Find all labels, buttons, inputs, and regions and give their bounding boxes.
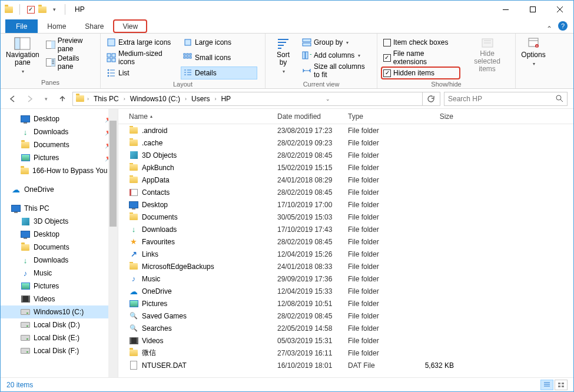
ribbon-group-layout-label: Layout: [104, 79, 261, 89]
table-row[interactable]: Music29/09/2019 17:36File folder: [118, 273, 573, 285]
layout-medium-button[interactable]: Medium-sized icons: [104, 49, 181, 67]
table-row[interactable]: Pictures12/08/2019 10:51File folder: [118, 297, 573, 310]
table-row[interactable]: AppData24/01/2018 08:29File folder: [118, 174, 573, 186]
table-row[interactable]: Links12/04/2019 15:26File folder: [118, 248, 573, 260]
forward-button[interactable]: [23, 92, 36, 105]
tab-view[interactable]: View: [113, 19, 147, 33]
qat-properties-icon[interactable]: [26, 5, 35, 14]
table-row[interactable]: Desktop17/10/2019 17:00File folder: [118, 198, 573, 211]
view-large-icon[interactable]: [555, 380, 568, 390]
tree-item[interactable]: Local Disk (D:): [1, 318, 118, 331]
layout-extra-large-button[interactable]: Extra large icons: [104, 36, 181, 49]
table-row[interactable]: Downloads17/10/2019 17:43File folder: [118, 223, 573, 235]
ribbon-group-showhide-label: Show/hide: [381, 79, 512, 89]
tab-share[interactable]: Share: [75, 19, 113, 33]
tree-item[interactable]: Downloads: [1, 254, 118, 267]
column-headers: Name▴ Date modified Type Size: [118, 109, 573, 124]
tree-item[interactable]: Documents📌: [1, 138, 118, 151]
layout-small-button[interactable]: Small icons: [181, 49, 257, 67]
col-date[interactable]: Date modified: [271, 112, 342, 121]
table-row[interactable]: Contacts28/02/2019 08:45File folder: [118, 186, 573, 198]
table-row[interactable]: Searches22/05/2019 14:58File folder: [118, 322, 573, 334]
tree-scrollbar[interactable]: [108, 109, 118, 377]
search-icon: [556, 95, 563, 102]
table-row[interactable]: Saved Games28/02/2019 08:45File folder: [118, 310, 573, 322]
layout-list-button[interactable]: List: [104, 67, 181, 79]
ribbon-group-current-label: Current view: [269, 79, 373, 89]
close-button[interactable]: [546, 1, 573, 18]
table-row[interactable]: ApkBunch15/02/2019 15:15File folder: [118, 161, 573, 174]
search-placeholder: Search HP: [448, 95, 482, 103]
col-size[interactable]: Size: [413, 112, 460, 121]
tree-onedrive[interactable]: ☁OneDrive: [1, 183, 118, 196]
qat-new-folder-icon[interactable]: [38, 5, 47, 14]
tree-item[interactable]: 166-How to Bypass You📌: [1, 164, 118, 177]
minimize-button[interactable]: [492, 1, 519, 18]
collapse-ribbon-icon[interactable]: ⌃: [542, 25, 557, 33]
crumb-drive[interactable]: Windows10 (C:): [128, 95, 183, 103]
hidden-items-toggle[interactable]: Hidden items: [381, 67, 460, 79]
layout-large-button[interactable]: Large icons: [181, 36, 257, 49]
tree-item[interactable]: Desktop: [1, 228, 118, 241]
table-row[interactable]: NTUSER.DAT16/10/2019 18:01DAT File5,632 …: [118, 359, 573, 371]
breadcrumb-icon: [75, 94, 85, 104]
table-row[interactable]: ☁OneDrive12/04/2019 15:33File folder: [118, 285, 573, 297]
table-row[interactable]: Videos05/03/2019 15:31File folder: [118, 334, 573, 347]
tree-item[interactable]: Windows10 (C:): [1, 305, 118, 318]
refresh-button[interactable]: [422, 92, 437, 106]
size-columns-button[interactable]: Size all columns to fit: [300, 62, 373, 79]
table-row[interactable]: 微信27/03/2019 16:11File folder: [118, 347, 573, 359]
sort-by-button[interactable]: Sort by▾: [269, 36, 297, 77]
tree-item[interactable]: Pictures: [1, 280, 118, 293]
table-row[interactable]: Documents30/05/2019 15:03File folder: [118, 211, 573, 223]
view-details-icon[interactable]: [540, 380, 553, 390]
tree-item[interactable]: Desktop📌: [1, 112, 118, 125]
tree-item[interactable]: Documents: [1, 241, 118, 254]
tab-file[interactable]: File: [5, 19, 38, 33]
tree-item[interactable]: Local Disk (E:): [1, 331, 118, 344]
options-button[interactable]: Options▾: [519, 36, 548, 69]
crumb-this-pc[interactable]: This PC: [91, 95, 121, 103]
col-type[interactable]: Type: [342, 112, 413, 121]
col-name[interactable]: Name▴: [118, 112, 271, 121]
tree-item[interactable]: Downloads📌: [1, 125, 118, 138]
dl-icon: [21, 127, 30, 137]
breadcrumb[interactable]: › This PC› Windows10 (C:)› Users› HP ⌄: [72, 92, 440, 106]
navigation-pane-button[interactable]: Navigation pane▾: [4, 36, 41, 77]
tab-home[interactable]: Home: [38, 19, 75, 33]
tree-item[interactable]: 3D Objects: [1, 215, 118, 228]
breadcrumb-dropdown-icon[interactable]: ⌄: [320, 92, 336, 106]
recent-dropdown-icon[interactable]: ▾: [39, 92, 52, 105]
preview-pane-button[interactable]: Preview pane: [44, 36, 97, 54]
svg-rect-24: [303, 43, 311, 46]
qat-dropdown-icon[interactable]: ▾: [49, 5, 59, 14]
tree-this-pc[interactable]: This PC: [1, 202, 118, 215]
crumb-users[interactable]: Users: [189, 95, 212, 103]
help-icon[interactable]: ?: [558, 21, 568, 31]
file-extensions-toggle[interactable]: File name extensions: [381, 49, 460, 67]
table-row[interactable]: .cache28/02/2019 09:23File folder: [118, 137, 573, 149]
back-button[interactable]: [6, 92, 19, 105]
details-pane-button[interactable]: Details pane: [44, 54, 97, 71]
svg-point-33: [556, 95, 561, 100]
table-row[interactable]: MicrosoftEdgeBackups24/01/2018 08:33File…: [118, 260, 573, 273]
hide-selected-button[interactable]: Hide selected items: [463, 36, 512, 74]
tree-item[interactable]: Videos: [1, 293, 118, 305]
svg-point-20: [108, 69, 109, 71]
table-row[interactable]: .android23/08/2019 17:23File folder: [118, 124, 573, 137]
up-button[interactable]: [56, 92, 69, 105]
table-row[interactable]: 3D Objects28/02/2019 08:45File folder: [118, 149, 573, 161]
maximize-button[interactable]: [519, 1, 546, 18]
tree-item[interactable]: Local Disk (F:): [1, 344, 118, 357]
svg-rect-18: [187, 57, 188, 58]
layout-details-button[interactable]: Details: [181, 67, 257, 79]
tree-item[interactable]: Pictures📌: [1, 151, 118, 164]
add-columns-button[interactable]: +Add columns▾: [300, 49, 373, 62]
item-check-boxes-toggle[interactable]: Item check boxes: [381, 36, 460, 49]
crumb-hp[interactable]: HP: [218, 95, 233, 103]
search-input[interactable]: Search HP: [444, 92, 568, 106]
tree-item[interactable]: Music: [1, 267, 118, 280]
cloud-icon: ☁: [129, 287, 138, 296]
table-row[interactable]: Favourites28/02/2019 08:45File folder: [118, 235, 573, 248]
group-by-button[interactable]: Group by▾: [300, 36, 373, 49]
